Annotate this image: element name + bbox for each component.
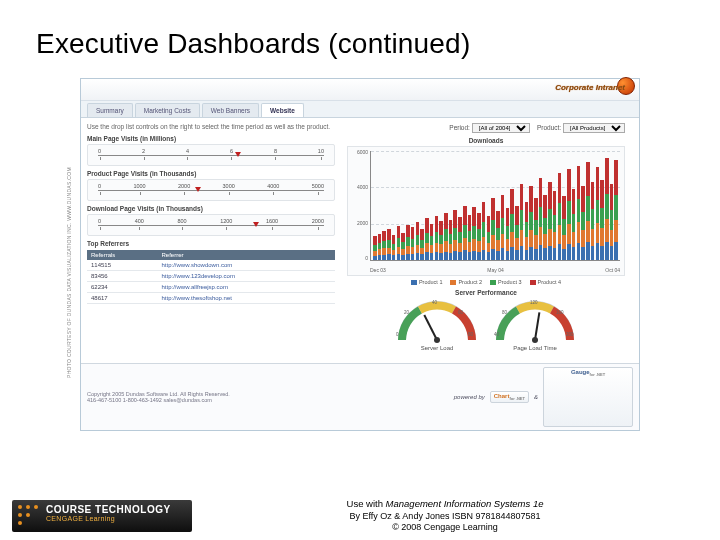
app-footer: Copyright 2005 Dundas Software Ltd. All …	[81, 363, 639, 430]
chart-bar	[444, 213, 448, 260]
slide-footer: COURSE TECHNOLOGY CENGAGE Learning Use w…	[0, 486, 720, 540]
chart-bar	[439, 221, 443, 260]
chart-bar	[591, 182, 595, 260]
chart-bar	[477, 213, 481, 260]
scale-label: Main Page Visits (in Millions)	[87, 135, 335, 142]
ytick: 2000	[350, 220, 368, 226]
svg-line-0	[424, 315, 437, 340]
chart-bar	[453, 210, 457, 260]
referrers-table: Referrals Referrer 114515http://www.show…	[87, 250, 335, 304]
publisher-icon	[18, 505, 40, 527]
linear-gauge: 010002000300040005000	[87, 179, 335, 201]
chart-bar	[387, 229, 391, 260]
chart-bar	[472, 207, 476, 260]
chart-bar	[449, 220, 453, 260]
dundas-chart-logo: Chartfor .NET	[490, 391, 529, 403]
product-label: Product:	[537, 124, 561, 131]
chart-bar	[501, 195, 505, 260]
chart-bar	[487, 216, 491, 260]
tab-website[interactable]: Website	[261, 103, 304, 117]
chart-bar	[506, 208, 510, 260]
chart-bar	[430, 224, 434, 260]
chart-bar	[510, 189, 514, 260]
tab-marketing-costs[interactable]: Marketing Costs	[135, 103, 200, 117]
chart-bar	[548, 182, 552, 260]
product-select[interactable]: [All Products]	[563, 123, 625, 133]
chart-bar	[572, 189, 576, 260]
chart-bar	[614, 160, 618, 260]
xtick: May 04	[487, 267, 503, 273]
tab-web-banners[interactable]: Web Banners	[202, 103, 259, 117]
linear-gauge: 0246810	[87, 144, 335, 166]
right-column: Period: [All of 2004] Product: [All Prod…	[341, 118, 631, 363]
legend-item: Product 4	[530, 279, 562, 285]
chart-bar	[378, 234, 382, 260]
publisher-name: COURSE TECHNOLOGY	[46, 504, 186, 515]
gauge-marker-icon	[235, 152, 241, 157]
chart-bar	[562, 196, 566, 260]
table-row: 114515http://www.showdown.com	[87, 260, 335, 271]
server-performance-title: Server Performance	[347, 289, 625, 296]
legend-item: Product 2	[450, 279, 482, 285]
powered-by-label: powered by	[454, 394, 485, 400]
chart-bar	[382, 231, 386, 260]
brand-name: Corporate Intranet	[555, 83, 625, 92]
downloads-title: Downloads	[347, 137, 625, 144]
chart-bar	[425, 218, 429, 260]
top-referrers-title: Top Referrers	[87, 240, 335, 247]
chart-bar	[567, 169, 571, 260]
tab-bar: Summary Marketing Costs Web Banners Webs…	[81, 101, 639, 118]
chart-bar	[515, 206, 519, 261]
contact-text: 416-467-5100 1-800-463-1492 sales@dundas…	[87, 397, 230, 403]
chart-bar	[491, 198, 495, 260]
table-row: 48617http://www.thesoftshop.net	[87, 293, 335, 304]
chart-bar	[458, 217, 462, 260]
legend-item: Product 1	[411, 279, 443, 285]
chart-bar	[577, 166, 581, 260]
chart-bar	[373, 236, 377, 260]
brand-bar: Corporate Intranet	[81, 79, 639, 101]
chart-bar	[610, 184, 614, 260]
publisher-badge: COURSE TECHNOLOGY CENGAGE Learning	[12, 500, 192, 532]
table-header-referrals: Referrals	[87, 250, 158, 260]
svg-line-2	[535, 312, 539, 340]
chart-bar	[581, 186, 585, 260]
chart-bar	[392, 235, 396, 260]
ytick: 0	[350, 255, 368, 261]
radial-gauge: 4080120160200Page Load Time	[490, 298, 580, 358]
chart-bar	[482, 202, 486, 260]
gauge-marker-icon	[253, 222, 259, 227]
chart-bar	[416, 222, 420, 260]
xtick: Dec 03	[370, 267, 386, 273]
chart-bar	[553, 191, 557, 260]
chart-bar	[600, 180, 604, 260]
ytick: 4000	[350, 184, 368, 190]
slide-credits: Use with Management Information Systems …	[210, 498, 680, 534]
chart-bar	[525, 202, 529, 260]
svg-point-3	[532, 337, 538, 343]
tab-summary[interactable]: Summary	[87, 103, 133, 117]
dashboard-screenshot: PHOTO COURTESY OF DUNDAS DATA VISUALIZAT…	[80, 78, 640, 418]
chart-bar	[463, 206, 467, 261]
filter-bar: Period: [All of 2004] Product: [All Prod…	[347, 123, 625, 133]
chart-bar	[586, 162, 590, 260]
chart-bar	[401, 233, 405, 260]
xtick: Oct 04	[605, 267, 620, 273]
dundas-gauge-logo: Gaugefor .NET	[543, 367, 633, 427]
svg-point-1	[434, 337, 440, 343]
chart-bar	[596, 167, 600, 260]
chart-bar	[406, 225, 410, 260]
chart-bar	[558, 173, 562, 260]
left-column: Use the drop list controls on the right …	[81, 118, 341, 363]
chart-bar	[534, 198, 538, 260]
period-select[interactable]: [All of 2004]	[472, 123, 530, 133]
chart-legend: Product 1 Product 2 Product 3 Product 4	[347, 279, 625, 285]
slide-title: Executive Dashboards (continued)	[0, 0, 720, 70]
table-row: 83456http://www.123develop.com	[87, 271, 335, 282]
ytick: 6000	[350, 149, 368, 155]
dashboard-window: Corporate Intranet Summary Marketing Cos…	[80, 78, 640, 431]
table-header-referrer: Referrer	[158, 250, 335, 260]
downloads-chart: 6000 4000 2000 0 Dec 03	[347, 146, 625, 276]
legend-item: Product 3	[490, 279, 522, 285]
chart-bar	[496, 211, 500, 260]
